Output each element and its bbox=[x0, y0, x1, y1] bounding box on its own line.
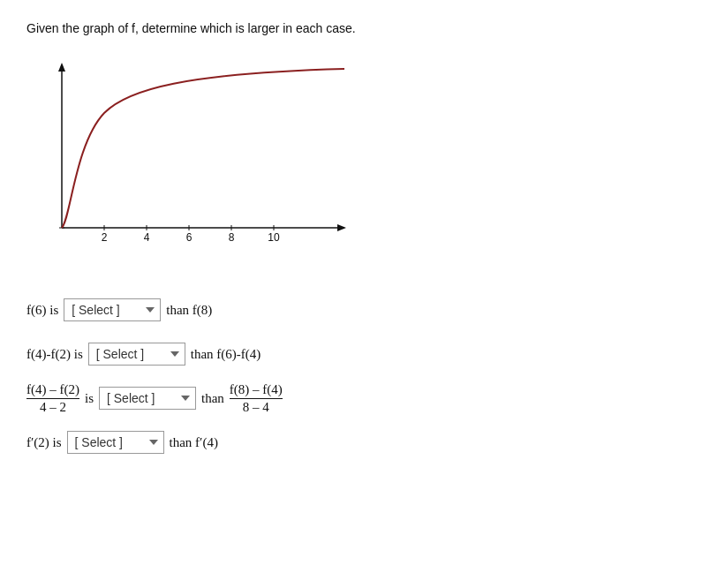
q3-frac-left-den: 4 – 2 bbox=[26, 399, 79, 415]
q3-frac-right: f(8) – f(4) 8 – 4 bbox=[230, 382, 283, 415]
svg-text:8: 8 bbox=[229, 231, 235, 244]
question-row-2: f(4)-f(2) is [ Select ] greater less equ… bbox=[26, 332, 699, 376]
graph-area: 2 4 6 8 10 bbox=[26, 51, 353, 263]
q4-label-before: f′(2) is bbox=[26, 435, 62, 450]
q3-select[interactable]: [ Select ] greater less equal bbox=[99, 387, 196, 410]
svg-marker-14 bbox=[337, 224, 346, 231]
q3-frac-right-den: 8 – 4 bbox=[243, 399, 269, 415]
svg-text:6: 6 bbox=[186, 231, 193, 244]
q2-label-before: f(4)-f(2) is bbox=[26, 347, 83, 362]
q3-frac-left-num: f(4) – f(2) bbox=[26, 382, 79, 399]
instruction-text: Given the graph of f, determine which is… bbox=[26, 21, 699, 35]
q4-label-after: than f′(4) bbox=[170, 435, 218, 450]
question-row-1: f(6) is [ Select ] greater less equal th… bbox=[26, 288, 699, 332]
svg-text:2: 2 bbox=[102, 231, 108, 244]
q1-label-after: than f(8) bbox=[166, 303, 212, 318]
svg-text:4: 4 bbox=[144, 231, 150, 244]
question-row-4: f′(2) is [ Select ] greater less equal t… bbox=[26, 420, 699, 464]
q2-label-after: than f(6)-f(4) bbox=[191, 347, 261, 362]
svg-marker-13 bbox=[58, 63, 65, 72]
q4-select[interactable]: [ Select ] greater less equal bbox=[67, 431, 164, 454]
questions-container: f(6) is [ Select ] greater less equal th… bbox=[26, 288, 699, 464]
svg-text:10: 10 bbox=[268, 231, 280, 244]
q1-select[interactable]: [ Select ] greater less equal bbox=[64, 298, 161, 321]
q3-is-label: is bbox=[85, 391, 94, 406]
q3-than-label: than bbox=[201, 391, 224, 406]
question-row-3: f(4) – f(2) 4 – 2 is [ Select ] greater … bbox=[26, 376, 699, 420]
q2-select[interactable]: [ Select ] greater less equal bbox=[88, 343, 185, 366]
q3-frac-right-num: f(8) – f(4) bbox=[230, 382, 283, 399]
q3-frac-left: f(4) – f(2) 4 – 2 bbox=[26, 382, 79, 415]
q1-label-before: f(6) is bbox=[26, 303, 58, 318]
